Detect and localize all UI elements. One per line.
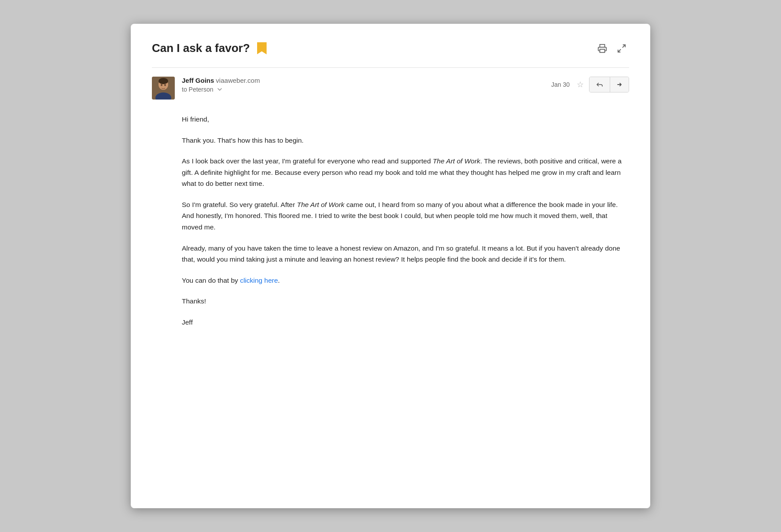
email-meta-right: Jan 30 ☆: [551, 77, 629, 92]
svg-line-1: [623, 44, 625, 47]
sender-name: Jeff Goins: [182, 77, 214, 84]
recipient-row: to Peterson: [182, 86, 260, 93]
recipient-dropdown-button[interactable]: [216, 86, 223, 93]
svg-point-7: [161, 84, 162, 86]
paragraph-5-text2: .: [278, 277, 280, 284]
sender-avatar: [152, 77, 175, 100]
reply-button[interactable]: [589, 77, 610, 92]
clicking-here-link[interactable]: clicking here: [240, 277, 278, 284]
email-body: Hi friend, Thank you. That's how this ha…: [152, 114, 629, 328]
paragraph-3-italic: The Art of Work: [297, 201, 344, 208]
sender-details: Jeff Goins via aweber.com to Peterson: [182, 77, 260, 93]
sender-name-row: Jeff Goins via aweber.com: [182, 77, 260, 84]
star-button[interactable]: ☆: [576, 79, 585, 90]
subject-right: [595, 42, 629, 55]
print-button[interactable]: [595, 42, 610, 55]
paragraph-5-text1: You can do that by: [182, 277, 240, 284]
sender-domain: aweber.com: [225, 77, 260, 84]
paragraph-5: You can do that by clicking here.: [182, 275, 629, 286]
paragraph-2-text1: As I look back over the last year, I'm g…: [182, 157, 433, 165]
sender-info: Jeff Goins via aweber.com to Peterson: [152, 77, 260, 100]
recipient-text: to Peterson: [182, 86, 214, 93]
paragraph-2: As I look back over the last year, I'm g…: [182, 155, 629, 189]
bookmark-icon: [257, 42, 267, 55]
paragraph-1: Thank you. That's how this has to begin.: [182, 135, 629, 146]
svg-rect-0: [600, 49, 605, 52]
svg-point-8: [164, 84, 166, 86]
paragraph-3-text1: So I'm grateful. So very grateful. After: [182, 201, 297, 208]
subject-left: Can I ask a favor?: [152, 41, 267, 55]
greeting: Hi friend,: [182, 114, 629, 125]
paragraph-4: Already, many of you have taken the time…: [182, 243, 629, 265]
header-divider: [152, 67, 629, 68]
signature: Jeff: [182, 317, 629, 328]
more-actions-button[interactable]: [610, 77, 629, 92]
paragraph-2-italic: The Art of Work: [433, 157, 480, 165]
email-header: Jeff Goins via aweber.com to Peterson Ja…: [152, 77, 629, 100]
svg-line-2: [618, 49, 621, 52]
email-subject: Can I ask a favor?: [152, 41, 250, 55]
svg-point-5: [158, 78, 168, 84]
email-window: Can I ask a favor?: [131, 24, 650, 508]
expand-button[interactable]: [614, 42, 629, 55]
closing: Thanks!: [182, 296, 629, 307]
paragraph-3: So I'm grateful. So very grateful. After…: [182, 199, 629, 233]
action-buttons: [589, 77, 629, 92]
sender-via: via: [216, 77, 224, 84]
email-date: Jan 30: [551, 81, 570, 88]
subject-row: Can I ask a favor?: [152, 41, 629, 55]
